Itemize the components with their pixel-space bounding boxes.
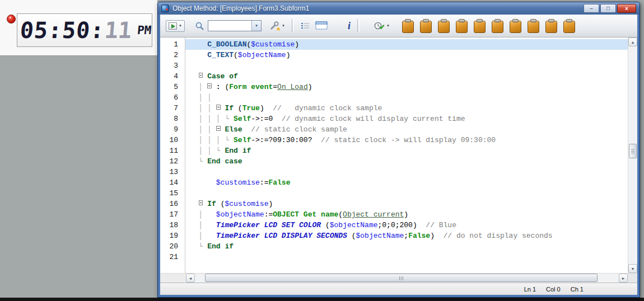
fold-toggle-icon[interactable] — [199, 200, 203, 205]
combobox-dropdown-button[interactable]: ▼ — [251, 21, 261, 31]
fold-toggle-icon[interactable] — [207, 83, 212, 88]
fold-toggle-icon[interactable] — [216, 105, 221, 110]
code-line-text[interactable] — [185, 60, 628, 71]
line-number[interactable]: 19 — [160, 231, 185, 241]
search-icon[interactable] — [195, 21, 204, 31]
code-line-text[interactable]: │ : (Form event=On Load) — [185, 82, 628, 92]
method-search-input[interactable] — [208, 21, 251, 31]
method-window-icon[interactable] — [315, 21, 328, 30]
code-line-text[interactable]: $customise:=False — [185, 177, 628, 188]
line-number[interactable]: 1 — [160, 39, 185, 50]
code-line-text[interactable]: C_BOOLEAN($customise) — [185, 39, 628, 50]
code-line[interactable]: 16 If ($customise) — [160, 199, 628, 209]
clipboard-8-button[interactable] — [528, 19, 539, 33]
code-line-text[interactable] — [185, 167, 628, 177]
clipboard-4-button[interactable] — [456, 19, 468, 33]
clipboard-3-button[interactable] — [438, 19, 450, 33]
code-line-text[interactable]: └ End if — [185, 241, 628, 252]
line-number[interactable]: 10 — [160, 135, 185, 145]
code-line[interactable]: 8 │ │ │ └ Self->:=0 // dynamic clock wil… — [160, 114, 628, 124]
code-line[interactable]: 15 — [160, 188, 628, 199]
code-line[interactable]: 2 C_TEXT($objectName) — [160, 50, 628, 60]
line-number[interactable]: 17 — [160, 209, 185, 220]
close-button[interactable]: × — [617, 4, 636, 13]
code-line[interactable]: 18 │ TimePicker LCD SET COLOR ($objectNa… — [160, 220, 628, 231]
code-line-text[interactable]: │ │ If (True) // dynamic clock sample — [185, 103, 628, 114]
code-line-text[interactable]: │ │ └ End if — [185, 145, 628, 156]
execute-method-button[interactable]: ▼ — [166, 20, 185, 32]
vertical-scroll-thumb[interactable] — [629, 144, 637, 158]
code-line-text[interactable]: └ End case — [185, 156, 628, 167]
line-number[interactable]: 4 — [160, 71, 185, 82]
clipboard-7-button[interactable] — [510, 19, 521, 33]
code-editor[interactable]: 1 C_BOOLEAN($customise)2 C_TEXT($objectN… — [160, 37, 628, 273]
tools-button[interactable]: ▼ — [269, 21, 285, 31]
code-line[interactable]: 13 — [160, 167, 628, 177]
code-line-text[interactable]: │ │ Else // static clock sample — [185, 124, 628, 135]
line-number[interactable]: 16 — [160, 199, 185, 209]
code-line[interactable]: 5 │ : (Form event=On Load) — [160, 82, 628, 92]
line-number[interactable]: 18 — [160, 220, 185, 231]
code-line[interactable]: 10 │ │ │ └ Self->:=?09:30:00? // static … — [160, 135, 628, 145]
code-line-text[interactable]: │ TimePicker LCD SET COLOR ($objectName;… — [185, 220, 628, 231]
line-number[interactable]: 9 — [160, 124, 185, 135]
vertical-scrollbar[interactable]: ▲ ▼ — [628, 37, 637, 273]
code-line[interactable]: 1 C_BOOLEAN($customise) — [160, 39, 628, 50]
clipboard-5-button[interactable] — [474, 19, 486, 33]
timer-options-button[interactable]: ▼ — [374, 21, 390, 31]
minimize-button[interactable]: – — [584, 4, 599, 13]
line-number[interactable]: 20 — [160, 241, 185, 252]
line-number[interactable]: 11 — [160, 145, 185, 156]
collapse-list-icon[interactable] — [301, 22, 310, 30]
horizontal-scroll-thumb[interactable] — [205, 274, 598, 282]
titlebar[interactable]: Object Method: [Employees].Form3.Subform… — [158, 2, 640, 15]
code-line[interactable]: 17 │ $objectName:=OBJECT Get name(Object… — [160, 209, 628, 220]
line-number[interactable]: 14 — [160, 177, 185, 188]
code-line-text[interactable]: │ │ │ └ Self->:=?09:30:00? // static clo… — [185, 135, 628, 145]
code-line-text[interactable]: │ $objectName:=OBJECT Get name(Object cu… — [185, 209, 628, 220]
code-line[interactable]: 21 — [160, 252, 628, 262]
line-number[interactable]: 7 — [160, 103, 185, 114]
code-line-text[interactable]: │ │ │ └ Self->:=0 // dynamic clock will … — [185, 114, 628, 124]
code-line-text[interactable] — [185, 252, 628, 262]
code-line-text[interactable]: Case of — [185, 71, 628, 82]
code-line-text[interactable] — [185, 188, 628, 199]
line-number[interactable]: 8 — [160, 114, 185, 124]
information-icon[interactable]: i — [348, 21, 351, 31]
line-number[interactable]: 12 — [160, 156, 185, 167]
clipboard-2-button[interactable] — [420, 19, 432, 33]
fold-toggle-icon[interactable] — [199, 73, 203, 78]
horizontal-scrollbar[interactable]: ◄ ► — [186, 274, 637, 283]
code-line[interactable]: 20 └ End if — [160, 241, 628, 252]
code-line[interactable]: 19 │ TimePicker LCD DISPLAY SECONDS ($ob… — [160, 231, 628, 241]
clipboard-1-button[interactable] — [402, 19, 414, 33]
line-number[interactable]: 5 — [160, 82, 185, 92]
code-line[interactable]: 4 Case of — [160, 71, 628, 82]
clipboard-10-button[interactable] — [563, 19, 575, 33]
scroll-up-button[interactable]: ▲ — [628, 37, 637, 46]
code-line-text[interactable]: │ │ — [185, 92, 628, 103]
line-number[interactable]: 15 — [160, 188, 185, 199]
code-line[interactable]: 11 │ │ └ End if — [160, 145, 628, 156]
code-line[interactable]: 7 │ │ If (True) // dynamic clock sample — [160, 103, 628, 114]
code-line[interactable]: 14 $customise:=False — [160, 177, 628, 188]
line-number[interactable]: 21 — [160, 252, 185, 262]
code-line[interactable]: 12 └ End case — [160, 156, 628, 167]
fold-toggle-icon[interactable] — [216, 126, 221, 131]
code-line[interactable]: 9 │ │ Else // static clock sample — [160, 124, 628, 135]
code-line-text[interactable]: │ TimePicker LCD DISPLAY SECONDS ($objec… — [185, 231, 628, 241]
maximize-button[interactable]: □ — [600, 4, 616, 13]
line-number[interactable]: 2 — [160, 50, 185, 60]
code-line-text[interactable]: C_TEXT($objectName) — [185, 50, 628, 60]
scroll-right-button[interactable]: ► — [619, 274, 628, 283]
clipboard-6-button[interactable] — [492, 19, 503, 33]
line-number[interactable]: 13 — [160, 167, 185, 177]
line-number[interactable]: 6 — [160, 92, 185, 103]
horizontal-scroll-track[interactable] — [195, 274, 619, 283]
code-line[interactable]: 3 — [160, 60, 628, 71]
code-line[interactable]: 6 │ │ — [160, 92, 628, 103]
scroll-down-button[interactable]: ▼ — [628, 264, 637, 273]
line-number[interactable]: 3 — [160, 60, 185, 71]
clipboard-9-button[interactable] — [545, 19, 557, 33]
scroll-left-button[interactable]: ◄ — [186, 274, 195, 283]
